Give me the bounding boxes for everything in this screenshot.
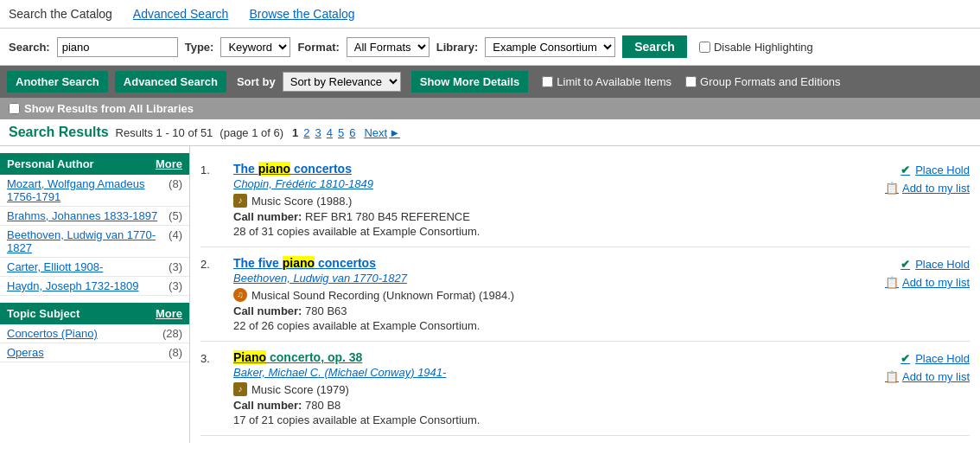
result-callnum: Call number: 780 B63 <box>233 304 805 317</box>
result-author[interactable]: Baker, Michael C. (Michael Conway) 1941- <box>233 366 805 379</box>
result-actions: ✔Place Hold 📋Add to my list <box>814 162 970 238</box>
format-text: Musical Sound Recording (Unknown Format)… <box>251 289 514 302</box>
result-format: ♪ Music Score (1979) <box>233 382 805 396</box>
next-arrow-icon: ► <box>389 126 400 139</box>
action-bar: Another Search Advanced Search Sort by S… <box>0 66 980 98</box>
check-icon: ✔ <box>900 163 910 176</box>
limit-available-checkbox[interactable] <box>542 76 553 87</box>
result-callnum: Call number: 780 B8 <box>233 399 805 412</box>
format-select[interactable]: All Formats <box>347 37 430 57</box>
type-select[interactable]: Keyword <box>220 37 290 57</box>
add-to-list-link-3[interactable]: 📋Add to my list <box>885 370 970 383</box>
add-to-list-link-2[interactable]: 📋Add to my list <box>885 276 970 289</box>
topic-operas-count: (8) <box>169 346 182 359</box>
results-page-info: (page 1 of 6) <box>220 126 283 139</box>
result-title[interactable]: Piano concerto, op. 38 <box>233 350 805 364</box>
personal-author-more-link[interactable]: More <box>156 157 182 170</box>
music-score-icon: ♪ <box>233 194 247 208</box>
group-formats-checkbox[interactable] <box>685 76 697 87</box>
author-mozart-link[interactable]: Mozart, Wolfgang Amadeus 1756-1791 <box>7 177 169 203</box>
page-2-link[interactable]: 2 <box>302 126 311 139</box>
result-number: 3. <box>200 350 225 426</box>
author-brahms-count: (5) <box>169 209 182 222</box>
author-beethoven-count: (4) <box>169 228 182 254</box>
show-all-libraries-label: Show Results from All Libraries <box>24 102 194 115</box>
sort-by-label: Sort by <box>237 75 276 88</box>
next-page-link[interactable]: Next ► <box>364 126 400 139</box>
page-current: 1 <box>290 126 300 139</box>
catalog-title: Search the Catalog <box>9 7 112 21</box>
author-carter-link[interactable]: Carter, Elliott 1908- <box>7 260 103 273</box>
format-text: Music Score (1988.) <box>251 195 352 208</box>
results-list: 1. The piano concertos Chopin, Frédéric … <box>190 146 980 443</box>
sidebar: Personal Author More Mozart, Wolfgang Am… <box>0 146 190 443</box>
page-3-link[interactable]: 3 <box>314 126 323 139</box>
page-6-link[interactable]: 6 <box>347 126 357 139</box>
table-row: 2. The five piano concertos Beethoven, L… <box>200 247 970 342</box>
result-format: ♪ Music Score (1988.) <box>233 194 805 208</box>
result-title[interactable]: The piano concertos <box>233 162 805 176</box>
title-highlight: piano <box>258 162 290 176</box>
format-text: Music Score (1979) <box>251 383 349 396</box>
browse-catalog-nav-link[interactable]: Browse the Catalog <box>249 7 354 21</box>
personal-author-title: Personal Author <box>7 157 94 170</box>
result-author[interactable]: Chopin, Frédéric 1810-1849 <box>233 177 805 190</box>
result-title[interactable]: The five piano concertos <box>233 256 805 270</box>
author-beethoven-link[interactable]: Beethoven, Ludwig van 1770-1827 <box>7 228 169 254</box>
author-haydn-link[interactable]: Haydn, Joseph 1732-1809 <box>7 279 139 292</box>
author-haydn-count: (3) <box>169 279 182 292</box>
place-hold-link-2[interactable]: ✔Place Hold <box>900 258 970 271</box>
limit-available-label: Limit to Available Items <box>557 75 671 88</box>
topic-concertos-count: (28) <box>162 327 182 340</box>
check-icon: ✔ <box>900 258 910 271</box>
list-icon: 📋 <box>885 182 899 195</box>
result-actions: ✔Place Hold 📋Add to my list <box>814 256 970 332</box>
search-button[interactable]: Search <box>622 35 687 58</box>
check-icon: ✔ <box>900 352 910 365</box>
show-all-libraries-checkbox[interactable] <box>9 103 20 114</box>
sort-select[interactable]: Sort by Relevance <box>283 72 401 92</box>
topic-subject-more-link[interactable]: More <box>156 307 182 320</box>
topic-subject-title: Topic Subject <box>7 307 80 320</box>
result-author[interactable]: Beethoven, Ludwig van 1770-1827 <box>233 272 805 285</box>
title-prefix: The <box>233 162 258 176</box>
topic-operas-link[interactable]: Operas <box>7 346 44 359</box>
show-more-details-button[interactable]: Show More Details <box>411 71 529 93</box>
library-select[interactable]: Example Consortium <box>485 37 615 57</box>
results-header: Search Results Results 1 - 10 of 51 (pag… <box>0 119 980 146</box>
page-5-link[interactable]: 5 <box>336 126 346 139</box>
group-formats-container: Group Formats and Editions <box>685 75 841 88</box>
author-mozart-count: (8) <box>169 177 182 203</box>
result-copies: 17 of 21 copies available at Example Con… <box>233 413 805 426</box>
table-row: 3. Piano concerto, op. 38 Baker, Michael… <box>200 342 970 436</box>
title-suffix: concertos <box>315 256 376 270</box>
list-item: Haydn, Joseph 1732-1809 (3) <box>0 277 189 296</box>
place-hold-link-3[interactable]: ✔Place Hold <box>900 352 970 365</box>
format-label: Format: <box>297 41 339 54</box>
callnum-value: 780 B8 <box>305 399 340 412</box>
title-highlight: Piano <box>233 350 266 364</box>
add-to-list-link-1[interactable]: 📋Add to my list <box>885 182 970 195</box>
results-count: Results 1 - 10 of 51 <box>116 126 213 139</box>
list-icon: 📋 <box>885 370 899 383</box>
result-number: 1. <box>200 162 225 238</box>
audio-icon: ♫ <box>233 288 247 302</box>
table-row: 1. The piano concertos Chopin, Frédéric … <box>200 153 970 247</box>
music-score-icon: ♪ <box>233 382 247 396</box>
show-all-libraries-container: Show Results from All Libraries <box>9 102 194 115</box>
result-body: The piano concertos Chopin, Frédéric 181… <box>233 162 805 238</box>
search-input[interactable] <box>57 37 178 57</box>
advanced-search-button[interactable]: Advanced Search <box>115 71 226 93</box>
place-hold-link-1[interactable]: ✔Place Hold <box>900 163 970 176</box>
advanced-search-nav-link[interactable]: Advanced Search <box>133 7 229 21</box>
page-4-link[interactable]: 4 <box>325 126 334 139</box>
disable-highlighting-checkbox[interactable] <box>699 42 710 53</box>
author-brahms-link[interactable]: Brahms, Johannes 1833-1897 <box>7 209 157 222</box>
callnum-value: 780 B63 <box>305 304 347 317</box>
title-prefix: The five <box>233 256 283 270</box>
topic-concertos-link[interactable]: Concertos (Piano) <box>7 327 98 340</box>
result-copies: 22 of 26 copies available at Example Con… <box>233 319 805 332</box>
another-search-button[interactable]: Another Search <box>7 71 108 93</box>
title-suffix: concertos <box>290 162 352 176</box>
page-links: 1 2 3 4 5 6 <box>290 126 357 139</box>
